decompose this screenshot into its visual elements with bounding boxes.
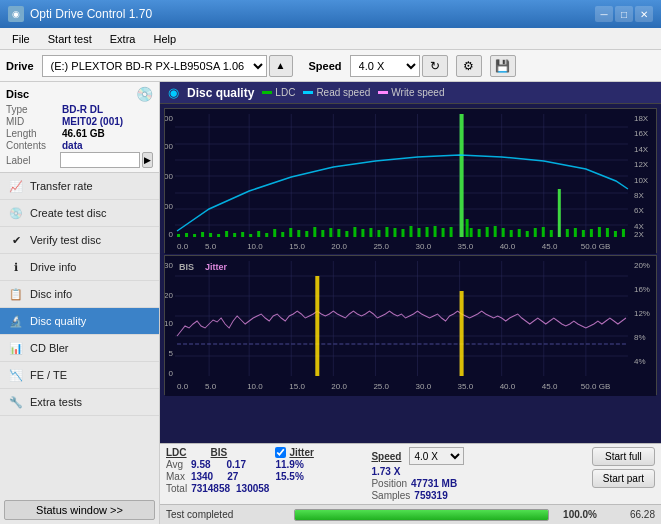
svg-rect-65	[550, 230, 553, 237]
stats-max-label: Max	[166, 471, 185, 482]
action-buttons: Start full Start part	[592, 447, 655, 488]
sidebar-item-verify-test-disc[interactable]: ✔ Verify test disc	[0, 227, 159, 254]
svg-rect-39	[345, 231, 348, 237]
refresh-button[interactable]: ↻	[422, 55, 448, 77]
eject-button[interactable]: ▲	[269, 55, 293, 77]
menubar: File Start test Extra Help	[0, 28, 661, 50]
svg-text:12%: 12%	[634, 309, 650, 318]
settings-button[interactable]: ⚙	[456, 55, 482, 77]
sidebar-item-label-extra-tests: Extra tests	[30, 396, 82, 408]
menu-help[interactable]: Help	[145, 31, 184, 47]
menu-extra[interactable]: Extra	[102, 31, 144, 47]
svg-text:35.0: 35.0	[458, 242, 474, 251]
svg-rect-72	[606, 228, 609, 237]
disc-type-row: Type BD-R DL	[6, 104, 153, 115]
start-part-button[interactable]: Start part	[592, 469, 655, 488]
svg-rect-73	[614, 231, 617, 237]
svg-text:15.0: 15.0	[289, 242, 305, 251]
statusbar: Test completed 100.0% 66.28	[160, 504, 661, 524]
sidebar-item-label-fe-te: FE / TE	[30, 369, 67, 381]
svg-text:16%: 16%	[634, 285, 650, 294]
svg-rect-48	[418, 228, 421, 237]
sidebar-item-label-disc-quality: Disc quality	[30, 315, 86, 327]
create-test-disc-icon: 💿	[8, 205, 24, 221]
sidebar-item-create-test-disc[interactable]: 💿 Create test disc	[0, 200, 159, 227]
legend-write-speed: Write speed	[378, 87, 444, 98]
drive-select[interactable]: (E:) PLEXTOR BD-R PX-LB950SA 1.06	[42, 55, 267, 77]
speed-select[interactable]: 4.0 X	[350, 55, 420, 77]
disc-mid-val: MEIT02 (001)	[62, 116, 123, 127]
svg-rect-21	[201, 232, 204, 237]
sidebar-item-transfer-rate[interactable]: 📈 Transfer rate	[0, 173, 159, 200]
save-button[interactable]: 💾	[490, 55, 516, 77]
svg-text:25.0: 25.0	[373, 242, 389, 251]
svg-text:1500: 1500	[165, 142, 174, 151]
status-window-button[interactable]: Status window >>	[4, 500, 155, 520]
maximize-button[interactable]: □	[615, 6, 633, 22]
stats-footer: LDC BIS Avg 9.58 0.17 Max 1340 27 Total …	[160, 443, 661, 504]
sidebar-item-drive-info[interactable]: ℹ Drive info	[0, 254, 159, 281]
speed-dropdown[interactable]: 4.0 X	[409, 447, 464, 465]
svg-rect-61	[518, 229, 521, 237]
sidebar-item-disc-quality[interactable]: 🔬 Disc quality	[0, 308, 159, 335]
disc-label-input[interactable]	[60, 152, 140, 168]
jitter-checkbox[interactable]	[275, 447, 286, 458]
drive-info-icon: ℹ	[8, 259, 24, 275]
stats-ldc-header: LDC	[166, 447, 187, 458]
close-button[interactable]: ✕	[635, 6, 653, 22]
svg-text:50.0 GB: 50.0 GB	[581, 382, 610, 391]
main-content: Disc 💿 Type BD-R DL MID MEIT02 (001) Len…	[0, 82, 661, 524]
position-label: Position	[371, 478, 407, 489]
svg-rect-31	[281, 232, 284, 237]
sidebar-item-fe-te[interactable]: 📉 FE / TE	[0, 362, 159, 389]
svg-rect-117	[315, 276, 319, 376]
svg-text:2000: 2000	[165, 114, 174, 123]
svg-text:10.0: 10.0	[247, 382, 263, 391]
svg-rect-41	[361, 229, 364, 237]
legend-write-speed-dot	[378, 91, 388, 94]
svg-rect-118	[460, 291, 464, 376]
svg-rect-67	[566, 229, 569, 237]
menu-start-test[interactable]: Start test	[40, 31, 100, 47]
sidebar-item-disc-info[interactable]: 📋 Disc info	[0, 281, 159, 308]
menu-file[interactable]: File	[4, 31, 38, 47]
speed-position-row: Position 47731 MB	[371, 478, 491, 489]
top-chart-svg: 2000 1500 1000 500 0 18X 16X 14X 12X 10X…	[165, 109, 656, 254]
transfer-rate-icon: 📈	[8, 178, 24, 194]
svg-text:2X: 2X	[634, 230, 644, 239]
right-panel: ◉ Disc quality LDC Read speed Write spee…	[160, 82, 661, 524]
disc-length-key: Length	[6, 128, 58, 139]
svg-rect-52	[434, 226, 437, 237]
position-val: 47731 MB	[411, 478, 457, 489]
sidebar-item-extra-tests[interactable]: 🔧 Extra tests	[0, 389, 159, 416]
svg-rect-70	[590, 229, 593, 237]
progress-value: 100.0%	[557, 509, 597, 520]
svg-rect-74	[622, 229, 625, 237]
sidebar-nav: 📈 Transfer rate 💿 Create test disc ✔ Ver…	[0, 173, 159, 496]
legend-read-speed-dot	[303, 91, 313, 94]
titlebar: ◉ Opti Drive Control 1.70 ─ □ ✕	[0, 0, 661, 28]
speed-avg-row: 1.73 X	[371, 466, 491, 477]
speed-header-row: Speed 4.0 X	[371, 447, 491, 465]
svg-text:35.0: 35.0	[458, 382, 474, 391]
svg-rect-43	[377, 230, 380, 237]
svg-text:1000: 1000	[165, 172, 174, 181]
titlebar-controls: ─ □ ✕	[595, 6, 653, 22]
svg-rect-57	[486, 227, 489, 237]
stats-max-row: Max 1340 27	[166, 471, 269, 482]
svg-text:5.0: 5.0	[205, 242, 217, 251]
legend-ldc: LDC	[262, 87, 295, 98]
svg-text:20: 20	[165, 291, 174, 300]
start-full-button[interactable]: Start full	[592, 447, 655, 466]
minimize-button[interactable]: ─	[595, 6, 613, 22]
disc-label-button[interactable]: ▶	[142, 152, 153, 168]
disc-info-icon: 📋	[8, 286, 24, 302]
sidebar-item-cd-bler[interactable]: 📊 CD Bler	[0, 335, 159, 362]
disc-mid-key: MID	[6, 116, 58, 127]
svg-rect-53	[442, 228, 445, 237]
svg-rect-44	[385, 227, 388, 237]
svg-text:16X: 16X	[634, 129, 649, 138]
svg-text:5.0: 5.0	[205, 382, 217, 391]
svg-rect-55	[470, 228, 473, 237]
svg-text:0: 0	[169, 230, 174, 239]
